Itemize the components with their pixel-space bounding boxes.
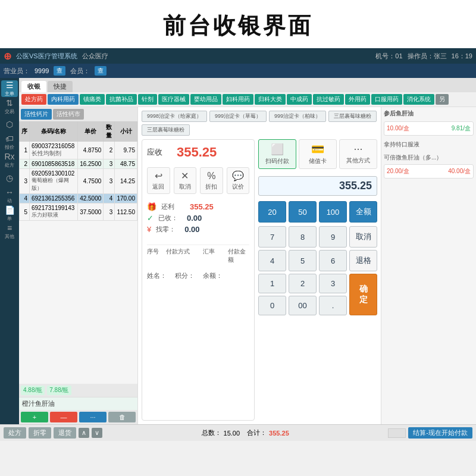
num-2[interactable]: 2 xyxy=(289,274,317,293)
table-row[interactable]: 5 6921731199143乐力好联液 37.5000 3 112.50 xyxy=(20,203,137,221)
sidebar-item-hex[interactable]: ⬡ xyxy=(1,116,18,133)
product-table: 序 条码/名称 单价 数量 小计 1 690037231 xyxy=(19,121,137,384)
more-button[interactable]: ··· xyxy=(79,412,107,422)
cat-tab-2[interactable]: 镇痛类 xyxy=(80,94,105,105)
cat-tab-6[interactable]: 婴幼用品 xyxy=(190,94,221,105)
cat-tab-1[interactable]: 内科用药 xyxy=(48,94,79,105)
secondbar: 营业员： 9999 查 会员： 查 xyxy=(0,64,476,78)
sidebar-item-clock[interactable]: ◷ xyxy=(1,170,18,186)
tag-999-1[interactable]: 999治淀卡（草莓） xyxy=(209,111,267,122)
store-card-button[interactable]: 💳 储值卡 xyxy=(299,139,337,169)
topbar: ⊕ 公医VS医疗管理系统 公众医疗 机号：01 操作员：张三 16：19 xyxy=(0,48,476,64)
add-button[interactable]: + xyxy=(21,412,48,422)
num-0[interactable]: 0 xyxy=(258,296,286,315)
cat-tab-0[interactable]: 处方药 xyxy=(21,94,46,105)
cat-tab-7[interactable]: 妇科用药 xyxy=(223,94,253,105)
cancel-button[interactable]: ✕ 取消 xyxy=(174,167,197,194)
table-row[interactable]: 2 6901085863518 16.2500 3 48.75 xyxy=(20,159,137,169)
table-row[interactable]: 3 6920591300102葡萄糖粉（爆网版） 4.7500 3 14.25 xyxy=(20,169,137,194)
quick-20[interactable]: 20 xyxy=(258,201,286,223)
product-card-2[interactable]: 20.00/盒 40.00/盒 xyxy=(384,164,474,178)
return-button[interactable]: ↩ 返回 xyxy=(147,167,170,194)
cat-tab-5[interactable]: 医疗器械 xyxy=(158,94,189,105)
quote-button[interactable]: 💬 议价 xyxy=(227,167,250,194)
num-dot[interactable]: . xyxy=(319,296,347,315)
down-button[interactable]: ∨ xyxy=(92,428,102,438)
cat-tab-12[interactable]: 口服用药 xyxy=(371,94,402,105)
minus-button[interactable]: — xyxy=(50,412,77,422)
nav-link[interactable]: 公众医疗 xyxy=(82,52,108,61)
card2-name: 拿持特口服液 xyxy=(384,140,474,149)
product-card-1[interactable]: 10.00/盒 9.81/盒 xyxy=(384,121,474,136)
num-9[interactable]: 9 xyxy=(319,226,347,248)
sub-tab-calcium2[interactable]: 活性钙市 xyxy=(53,109,84,120)
member-button[interactable]: 查 xyxy=(95,66,107,76)
category-tabs: 处方药 内科用药 镇痛类 抗菌补品 针剂 医疗器械 婴幼用品 妇科用药 归科大类… xyxy=(19,92,476,107)
sidebar-item-main[interactable]: ☰ 主单 xyxy=(1,80,18,97)
cat-tab-3[interactable]: 抗菌补品 xyxy=(106,94,137,105)
split-button[interactable]: 折零 xyxy=(29,427,51,439)
tag-999-2[interactable]: 999治淀卡（柏味） xyxy=(269,111,326,122)
tag-9998[interactable]: 9998治淀卡（给家庭） xyxy=(142,111,207,122)
cat-tab-10[interactable]: 抗过敏药 xyxy=(313,94,344,105)
sidebar-item-move[interactable]: ↔ 动 xyxy=(1,187,18,204)
num-7[interactable]: 7 xyxy=(258,226,286,248)
tab-quick[interactable]: 快捷 xyxy=(48,81,73,92)
tab-cashier[interactable]: 收银 xyxy=(21,81,46,92)
card2-price2: 40.00/盒 xyxy=(448,167,471,176)
quick-50[interactable]: 50 xyxy=(289,201,317,223)
sidebar-item-price[interactable]: 🏷 报价 xyxy=(1,134,18,151)
col-rate: 汇率 xyxy=(203,248,227,264)
payment-panel: 9998治淀卡（给家庭） 999治淀卡（草莓） 999治淀卡（柏味） 三层裹莓味… xyxy=(138,107,381,424)
discount-button[interactable]: % 折扣 xyxy=(200,167,223,194)
tag-3layer-1[interactable]: 三层裹莓味糖粉 xyxy=(328,111,377,122)
delete-button[interactable]: 🗑 xyxy=(108,412,136,422)
num-1[interactable]: 1 xyxy=(258,274,286,293)
prescription-button[interactable]: 处方 xyxy=(4,427,26,439)
other-pay-button[interactable]: ··· 其他方式 xyxy=(339,139,377,169)
checkout-button[interactable]: 结算-现在开始付款 xyxy=(408,427,472,439)
sidebar-item-doc[interactable]: 📄 单 xyxy=(1,205,18,222)
cat-tab-4[interactable]: 针剂 xyxy=(138,94,157,105)
sales-search-button[interactable]: 查 xyxy=(54,66,65,76)
scan-pay-button[interactable]: ⬜ 扫码付款 xyxy=(258,139,296,169)
cat-tab-9[interactable]: 中成药 xyxy=(287,94,312,105)
tag-3layer-2[interactable]: 三层裹莓味糖粉 xyxy=(142,124,190,136)
num-4[interactable]: 4 xyxy=(258,250,286,271)
sidebar-item-other[interactable]: ≡ 其他 xyxy=(1,223,18,240)
cancel-num-button[interactable]: 取消 xyxy=(349,226,377,248)
num-5[interactable]: 5 xyxy=(289,250,317,271)
quick-100[interactable]: 100 xyxy=(319,201,347,223)
name-label: 姓名： xyxy=(147,271,167,280)
cat-tab-8[interactable]: 归科大类 xyxy=(255,94,286,105)
cat-tab-11[interactable]: 外用药 xyxy=(345,94,370,105)
table-row[interactable]: 4 6921361255356 42.5000 4 170.00 xyxy=(20,194,137,203)
return-goods-button[interactable]: 退货 xyxy=(54,427,76,439)
up-button[interactable]: ∧ xyxy=(79,428,89,438)
sidebar-item-rx[interactable]: Rx 处方 xyxy=(1,152,18,168)
cell-subtotal: 9.75 xyxy=(115,142,137,159)
backspace-button[interactable]: 退格 xyxy=(349,250,377,271)
main-icon: ☰ xyxy=(6,80,14,90)
paid-label: 已收： xyxy=(158,214,182,223)
sidebar-item-trade[interactable]: ⇅ 交易 xyxy=(1,98,18,115)
cat-tab-13[interactable]: 消化系统 xyxy=(403,94,434,105)
confirm-button[interactable]: 确定 xyxy=(349,274,377,315)
quick-full[interactable]: 全额 xyxy=(349,201,377,223)
num-6[interactable]: 6 xyxy=(319,250,347,271)
num-3[interactable]: 3 xyxy=(319,274,347,293)
rmb-icon: ¥ xyxy=(147,225,151,234)
move-icon: ↔ xyxy=(5,187,14,197)
num-8[interactable]: 8 xyxy=(289,226,317,248)
cell-seq: 4 xyxy=(20,194,30,203)
change-label: 找零： xyxy=(156,225,180,234)
table-row[interactable]: 1 6900372316058长性均制剂 4.8750 2 9.75 xyxy=(20,142,137,159)
price-tag-1: 4.88/瓶 xyxy=(21,386,45,395)
sidebar-label-move: 动 xyxy=(7,198,12,204)
sub-tab-calcium[interactable]: 活性钙片 xyxy=(21,109,52,120)
num-00[interactable]: 00 xyxy=(289,296,317,315)
change-row: ¥ 找零： 0.00 xyxy=(147,225,249,234)
cell-price: 4.8750 xyxy=(78,142,104,159)
cancel-label: 取消 xyxy=(179,183,191,191)
cat-tab-14[interactable]: 另 xyxy=(436,94,449,105)
